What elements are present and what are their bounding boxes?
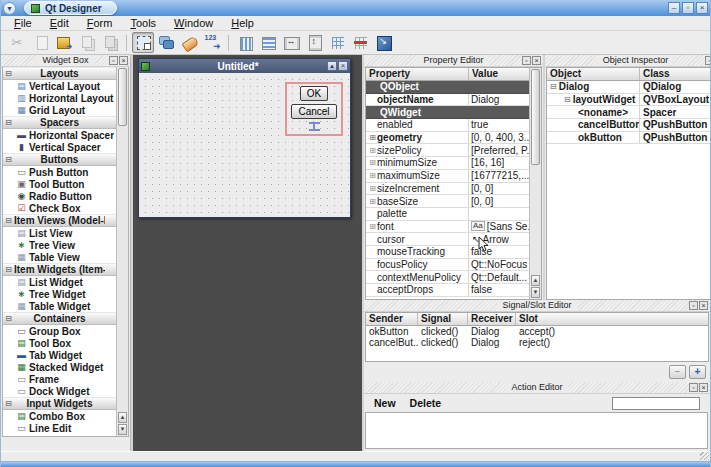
menu-window[interactable]: Window — [165, 17, 222, 29]
action-editor-float-button[interactable]: ▫ — [689, 383, 698, 392]
widget-box-close-button[interactable]: × — [119, 56, 128, 65]
signal-slot-editor-float-button[interactable]: ▫ — [689, 301, 698, 310]
property-row-mousetracking[interactable]: ⊞mouseTrackingfalse — [366, 246, 529, 259]
column-value[interactable]: Value — [469, 68, 529, 80]
adjust-size-button[interactable] — [372, 32, 394, 53]
column-property[interactable]: Property — [366, 68, 469, 80]
column-slot[interactable]: Slot — [516, 313, 708, 325]
edit-buddies-button[interactable] — [178, 32, 200, 53]
edit-widgets-button[interactable] — [132, 32, 154, 53]
inspector-row-layoutwidget[interactable]: ⊟layoutWidgetQVBoxLayout — [547, 94, 711, 107]
scrollbar-thumb[interactable] — [118, 68, 127, 126]
widget-stacked-widget[interactable]: ▦Stacked Widget — [3, 361, 116, 373]
property-row-contextmenupolicy[interactable]: ⊞contextMenuPolicyQt::Default... — [366, 271, 529, 284]
menu-edit[interactable]: Edit — [41, 17, 78, 29]
lay-out-grid-button[interactable] — [326, 32, 348, 53]
widget-push-button[interactable]: ▭Push Button — [3, 166, 116, 178]
widget-table-view[interactable]: ▦Table View — [3, 251, 116, 263]
widget-check-box[interactable]: ☑Check Box — [3, 202, 116, 214]
widget-tree-view[interactable]: ∗Tree View — [3, 239, 116, 251]
property-row-cursor[interactable]: ⊞cursor↖Arrow — [366, 233, 529, 246]
column-receiver[interactable]: Receiver — [468, 313, 516, 325]
property-row-basesize[interactable]: ⊞baseSize[0, 0] — [366, 195, 529, 208]
widget-text-edit[interactable]: ▤Text Edit — [3, 434, 116, 436]
remove-connection-button[interactable]: − — [669, 365, 686, 379]
edit-signals-slots-button[interactable] — [155, 32, 177, 53]
property-row-sizeincrement[interactable]: ⊞sizeIncrement[0, 0] — [366, 183, 529, 196]
cut-button[interactable] — [7, 32, 29, 53]
category-input-widgets[interactable]: ⊟Input Widgets — [3, 397, 116, 410]
widget-horizontal-layout[interactable]: ▥Horizontal Layout — [3, 92, 116, 104]
property-editor-scrollbar[interactable]: ▲ ▼ — [529, 68, 541, 299]
property-editor-float-button[interactable]: ▫ — [522, 56, 531, 65]
widget-table-widget[interactable]: ▦Table Widget — [3, 300, 116, 312]
minimize-button[interactable]: – — [668, 2, 680, 14]
copy-button[interactable] — [30, 32, 52, 53]
category-buttons[interactable]: ⊟Buttons — [3, 153, 116, 166]
delete-action-button[interactable]: Delete — [410, 397, 442, 409]
form-window[interactable]: Untitled* ▴ × OK Cancel — [138, 58, 351, 218]
category-item-views-model-based[interactable]: ⊟Item Views (Model-Based) — [3, 214, 116, 227]
widget-box-scrollbar[interactable]: ▲ ▼ — [116, 67, 128, 436]
widget-frame[interactable]: ▭Frame — [3, 373, 116, 385]
scroll-down-icon[interactable]: ▼ — [531, 287, 540, 298]
column-object[interactable]: Object — [547, 68, 640, 80]
inspector-row-cancelbutton[interactable]: cancelButtonQPushButton — [547, 119, 711, 132]
action-editor-close-button[interactable]: × — [699, 383, 708, 392]
lay-out-vertical-splitter-button[interactable] — [303, 32, 325, 53]
property-editor-close-button[interactable]: × — [532, 56, 541, 65]
category-layouts[interactable]: ⊟Layouts — [3, 67, 116, 80]
menu-help[interactable]: Help — [222, 17, 263, 29]
cancel-button[interactable]: Cancel — [291, 104, 336, 119]
property-group-qobject[interactable]: QObject — [366, 81, 529, 94]
connection-row-cancelbut[interactable]: cancelBut...clicked()Dialogreject() — [366, 337, 708, 348]
widget-combo-box[interactable]: ▤Combo Box — [3, 410, 116, 422]
widget-list-widget[interactable]: ▤List Widget — [3, 276, 116, 288]
form-minimize-button[interactable]: ▴ — [327, 61, 337, 71]
property-row-acceptdrops[interactable]: ⊞acceptDropsfalse — [366, 284, 529, 297]
category-spacers[interactable]: ⊟Spacers — [3, 116, 116, 129]
property-row-focuspolicy[interactable]: ⊞focusPolicyQt::NoFocus — [366, 259, 529, 272]
widget-tool-button[interactable]: ▣Tool Button — [3, 178, 116, 190]
widget-tool-box[interactable]: ▤Tool Box — [3, 337, 116, 349]
widget-vertical-spacer[interactable]: ▮Vertical Spacer — [3, 141, 116, 153]
ok-button[interactable]: OK — [300, 86, 328, 101]
column-class[interactable]: Class — [640, 68, 711, 80]
new-action-button[interactable]: New — [374, 397, 396, 409]
add-connection-button[interactable]: + — [689, 365, 706, 379]
column-signal[interactable]: Signal — [418, 313, 468, 325]
duplicate-button[interactable] — [76, 32, 98, 53]
inspector-row-dialog[interactable]: ⊟DialogQDialog — [547, 81, 711, 94]
window-menu-button[interactable]: ▼ — [3, 2, 16, 15]
widget-dock-widget[interactable]: ▭Dock Widget — [3, 385, 116, 397]
property-group-qwidget[interactable]: QWidget — [366, 106, 529, 119]
property-row-geometry[interactable]: ⊞geometry[0, 0, 400, 3... — [366, 132, 529, 145]
widget-vertical-layout[interactable]: ▤Vertical Layout — [3, 80, 116, 92]
property-row-minimumsize[interactable]: ⊞minimumSize[16, 16] — [366, 157, 529, 170]
menu-tools[interactable]: Tools — [121, 17, 165, 29]
widget-line-edit[interactable]: ▭Line Edit — [3, 422, 116, 434]
property-row-sizepolicy[interactable]: ⊞sizePolicy[Preferred, P... — [366, 144, 529, 157]
scroll-up-icon[interactable]: ▲ — [531, 275, 540, 286]
vertical-spacer-widget[interactable] — [309, 122, 320, 131]
category-item-widgets-item-based[interactable]: ⊟Item Widgets (Item-Based) — [3, 263, 116, 276]
object-inspector-float-button[interactable]: ▫ — [705, 56, 711, 65]
category-containers[interactable]: ⊟Containers — [3, 312, 116, 325]
form-close-button[interactable]: × — [338, 61, 348, 71]
widget-tree-widget[interactable]: ∗Tree Widget — [3, 288, 116, 300]
property-row-enabled[interactable]: ⊞enabledtrue — [366, 119, 529, 132]
form-titlebar[interactable]: Untitled* ▴ × — [139, 59, 350, 73]
widget-tab-widget[interactable]: ▬Tab Widget — [3, 349, 116, 361]
inspector-row-okbutton[interactable]: okButtonQPushButton — [547, 132, 711, 145]
signal-slot-editor-close-button[interactable]: × — [699, 301, 708, 310]
scrollbar-thumb[interactable] — [531, 69, 540, 165]
inspector-row-noname[interactable]: <noname>Spacer — [547, 106, 711, 119]
close-button[interactable]: × — [696, 2, 708, 14]
lay-out-horizontal-splitter-button[interactable] — [280, 32, 302, 53]
property-row-maximumsize[interactable]: ⊞maximumSize[16777215,... — [366, 170, 529, 183]
widget-horizontal-spacer[interactable]: ▬Horizontal Spacer — [3, 129, 116, 141]
resize-grip-icon[interactable] — [700, 452, 709, 460]
clone-button[interactable] — [99, 32, 121, 53]
widget-group-box[interactable]: ▭Group Box — [3, 325, 116, 337]
widget-grid-layout[interactable]: ▦Grid Layout — [3, 104, 116, 116]
